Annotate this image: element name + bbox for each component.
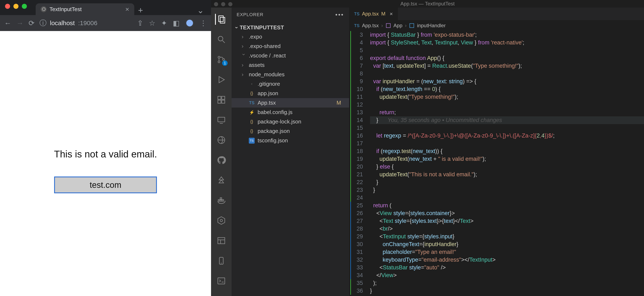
github-activity-icon[interactable] xyxy=(216,155,227,166)
svg-rect-12 xyxy=(218,117,225,122)
remote-activity-icon[interactable] xyxy=(216,114,227,125)
address-bar[interactable]: ⓘ localhost:19006 xyxy=(40,18,123,28)
file-tsconfig[interactable]: TStsconfig.json xyxy=(232,136,349,145)
macos-traffic-lights xyxy=(0,0,32,10)
file-gitignore[interactable]: ◦.gitignore xyxy=(232,79,349,89)
chrome-menu-button[interactable]: ⋮ xyxy=(200,19,207,27)
share-button[interactable]: ⇪ xyxy=(137,19,143,27)
folder-expo[interactable]: ›.expo xyxy=(232,32,349,41)
close-window-button[interactable] xyxy=(5,4,10,9)
debug-activity-icon[interactable] xyxy=(216,74,227,85)
tab-filename: App.tsx xyxy=(362,11,379,17)
file-babel-config[interactable]: ⚡babel.config.js xyxy=(232,108,349,117)
svg-point-2 xyxy=(218,36,223,41)
url-port: :19006 xyxy=(78,19,97,27)
breadcrumb-file[interactable]: App.tsx xyxy=(362,23,379,28)
validation-message: This is not a valid email. xyxy=(54,148,157,160)
minimize-window-button[interactable] xyxy=(14,4,18,9)
live-share-activity-icon[interactable] xyxy=(216,135,227,145)
breadcrumb[interactable]: TS App.tsx › App › inputHandler xyxy=(349,20,644,31)
code-content[interactable]: import { StatusBar } from 'expo-status-b… xyxy=(366,31,644,296)
svg-rect-11 xyxy=(222,100,225,103)
kubernetes-activity-icon[interactable] xyxy=(216,215,227,226)
explorer-title: EXPLORER xyxy=(236,12,264,17)
new-tab-button[interactable]: + xyxy=(134,6,147,15)
project-root[interactable]: ›TEXTINPUTTEST xyxy=(232,23,349,32)
reload-button[interactable]: ⟳ xyxy=(28,19,34,27)
explorer-sidebar: EXPLORER ••• ›TEXTINPUTTEST ›.expo ›.exp… xyxy=(232,7,349,296)
svg-point-4 xyxy=(218,56,220,58)
editor-group: TS App.tsx M × TS App.tsx › App › inputH… xyxy=(349,7,644,296)
docker-activity-icon[interactable] xyxy=(216,195,227,206)
svg-rect-27 xyxy=(386,23,390,28)
breadcrumb-lang-icon: TS xyxy=(354,23,360,28)
url-host: localhost xyxy=(50,19,75,27)
explorer-activity-icon[interactable] xyxy=(215,14,227,25)
terminal-activity-icon[interactable] xyxy=(216,276,227,286)
folder-expo-shared[interactable]: ›.expo-shared xyxy=(232,41,349,51)
breadcrumb-symbol-inputhandler[interactable]: inputHandler xyxy=(417,23,446,28)
svg-rect-9 xyxy=(222,96,225,100)
email-input-value: test.com xyxy=(90,180,121,190)
site-info-icon[interactable]: ⓘ xyxy=(40,18,46,28)
svg-rect-28 xyxy=(410,23,414,28)
editor-tabs: TS App.tsx M × xyxy=(349,7,644,20)
vscode-titlebar: App.tsx — TextInputTest xyxy=(211,0,644,7)
search-activity-icon[interactable] xyxy=(216,34,227,45)
tab-title: TextInputTest xyxy=(50,6,82,12)
tab-modified-indicator: M xyxy=(381,11,386,17)
svg-rect-18 xyxy=(220,198,222,199)
svg-point-5 xyxy=(218,61,220,63)
explorer-more-button[interactable]: ••• xyxy=(336,11,344,18)
tab-close-button[interactable]: × xyxy=(390,11,393,17)
folder-vscode-react[interactable]: ›.vscode / .react xyxy=(232,51,349,60)
maximize-window-button[interactable] xyxy=(22,4,27,9)
breadcrumb-symbol-app[interactable]: App xyxy=(394,23,402,28)
file-package-lock[interactable]: {}package-lock.json xyxy=(232,117,349,126)
browser-tab[interactable]: ⎔ TextInputTest × xyxy=(36,3,134,15)
svg-rect-1 xyxy=(220,17,225,23)
vs-minimize-button[interactable] xyxy=(221,2,225,6)
toolbar: ← → ⟳ ⓘ localhost:19006 ⇪ ☆ ✦ ◧ ⋮ xyxy=(0,15,211,31)
file-package-json[interactable]: {}package.json xyxy=(232,126,349,136)
tab-close-button[interactable]: × xyxy=(125,5,129,13)
svg-point-6 xyxy=(222,58,224,60)
code-editor[interactable]: 3456789101112131415161718192021222324252… xyxy=(349,31,644,296)
layout-activity-icon[interactable] xyxy=(216,235,227,246)
toolbar-right: ⇪ ☆ ✦ ◧ ⋮ xyxy=(137,19,207,27)
vs-maximize-button[interactable] xyxy=(228,2,232,6)
file-app-json[interactable]: {}app.json xyxy=(232,89,349,98)
svg-line-3 xyxy=(222,41,225,43)
device-activity-icon[interactable] xyxy=(216,255,227,266)
svg-point-20 xyxy=(220,220,222,222)
tab-lang-icon: TS xyxy=(354,11,360,16)
profile-avatar[interactable] xyxy=(186,19,194,27)
extensions-button[interactable]: ✦ xyxy=(161,19,167,27)
vscode-window: App.tsx — TextInputTest EXPLORER ••• xyxy=(211,0,644,296)
folder-node-modules[interactable]: ›node_modules xyxy=(232,70,349,79)
line-gutter: 3456789101112131415161718192021222324252… xyxy=(349,31,366,296)
svg-rect-16 xyxy=(220,200,222,201)
chrome-chrome: ⎔ TextInputTest × + ⌄ ← → ⟳ ⓘ localhost:… xyxy=(0,0,211,31)
modified-indicator: M xyxy=(336,100,341,106)
extensions-activity-icon[interactable] xyxy=(216,94,227,105)
vs-close-button[interactable] xyxy=(214,2,218,6)
nav-back-button[interactable]: ← xyxy=(4,19,11,27)
email-input[interactable]: test.com xyxy=(54,177,157,193)
file-app-tsx[interactable]: TSApp.tsxM xyxy=(232,98,349,108)
vscode-traffic-lights xyxy=(214,2,232,6)
tabs-dropdown-button[interactable]: ⌄ xyxy=(194,5,207,15)
svg-rect-8 xyxy=(218,96,221,100)
web-page-content: This is not a valid email. test.com xyxy=(0,31,211,296)
sidepanel-button[interactable]: ◧ xyxy=(173,19,180,27)
nav-forward-button[interactable]: → xyxy=(16,19,24,27)
tree-activity-icon[interactable] xyxy=(216,175,227,186)
symbol-module-icon xyxy=(386,23,391,28)
activity-bar xyxy=(211,7,232,296)
explorer-header: EXPLORER ••• xyxy=(232,7,349,22)
bookmark-button[interactable]: ☆ xyxy=(149,19,155,27)
folder-assets[interactable]: ›assets xyxy=(232,60,349,70)
scm-activity-icon[interactable] xyxy=(216,54,227,65)
svg-rect-17 xyxy=(222,200,224,201)
editor-tab-app-tsx[interactable]: TS App.tsx M × xyxy=(349,7,398,20)
